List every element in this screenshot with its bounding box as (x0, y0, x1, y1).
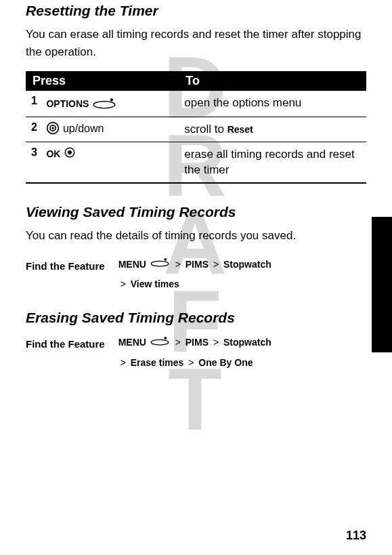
path-stopwatch: Stopwatch (223, 259, 271, 270)
softkey-icon (92, 95, 116, 112)
svg-point-13 (164, 258, 167, 261)
svg-point-5 (93, 101, 115, 108)
center-select-icon (64, 146, 76, 161)
step-number: 2 (31, 121, 43, 133)
to-text: erase all timing records and reset the t… (184, 148, 354, 177)
reset-cmd: Reset (227, 124, 253, 135)
path-erasetimes: Erase times (131, 357, 184, 368)
side-section-label: Advanced Features (374, 234, 388, 437)
svg-point-9 (52, 127, 54, 129)
options-label: OPTIONS (46, 98, 89, 109)
table-row: 1 OPTIONS open the options menu (26, 91, 366, 117)
intro-resetting: You can erase all timing records and res… (26, 26, 366, 62)
step-number: 1 (31, 95, 43, 107)
nav-icon (46, 121, 60, 138)
path-viewtimes: View times (131, 279, 179, 289)
find-feature-label: Find the Feature (26, 333, 105, 350)
th-to: To (179, 71, 366, 91)
svg-point-15 (164, 337, 167, 340)
menu-path: MENU > PIMS > Stopwatch > View times (118, 255, 271, 294)
path-pims: PIMS (186, 259, 209, 270)
updown-label: up/down (63, 123, 104, 134)
find-feature-row: Find the Feature MENU > PIMS > Stopwatch… (26, 255, 366, 294)
intro-viewing: You can read the details of timing recor… (26, 227, 366, 245)
th-press: Press (26, 71, 179, 91)
find-feature-row: Find the Feature MENU > PIMS > Stopwatch… (26, 333, 366, 372)
svg-point-6 (110, 98, 113, 101)
path-stopwatch: Stopwatch (223, 337, 271, 348)
path-pims: PIMS (186, 337, 209, 348)
step-number: 3 (31, 146, 43, 159)
svg-point-11 (68, 150, 72, 155)
to-text: open the options menu (184, 96, 301, 109)
heading-resetting: Resetting the Timer (26, 3, 366, 19)
heading-viewing: Viewing Saved Timing Records (26, 204, 366, 220)
find-feature-label: Find the Feature (26, 255, 105, 272)
ok-label: OK (46, 148, 60, 159)
path-menu: MENU (118, 337, 146, 348)
table-row: 3 OK erase all timing records and reset … (26, 142, 366, 183)
to-text: scroll to (184, 123, 227, 136)
svg-point-14 (151, 340, 169, 346)
table-row: 2 up/down scroll to Reset (26, 117, 366, 142)
heading-erasing: Erasing Saved Timing Records (26, 310, 366, 326)
path-onebyone: One By One (198, 357, 253, 368)
menu-path: MENU > PIMS > Stopwatch > Erase times > … (118, 333, 271, 372)
path-menu: MENU (118, 259, 146, 270)
steps-table: Press To 1 OPTIONS open the options menu (26, 71, 366, 184)
svg-point-12 (151, 262, 169, 267)
page-number: 113 (346, 529, 366, 543)
softkey-icon (149, 333, 171, 353)
main-content: Resetting the Timer You can erase all ti… (0, 3, 392, 372)
softkey-icon (149, 255, 171, 274)
